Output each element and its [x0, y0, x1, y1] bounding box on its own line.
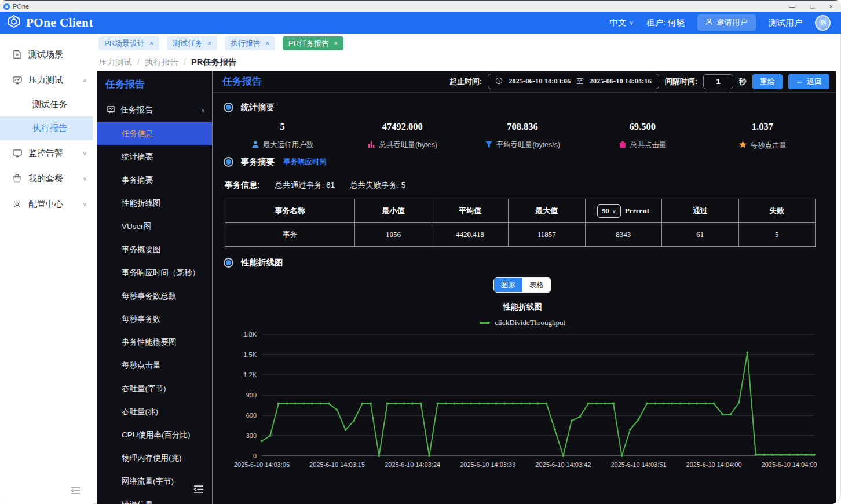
transaction-table: 事务名称最小值平均值最大值90∨Percent通过失败 事务10564420.4…: [225, 199, 816, 247]
close-button[interactable]: ×: [829, 2, 833, 11]
toggle-table-button[interactable]: 表格: [522, 278, 551, 292]
close-icon[interactable]: ×: [207, 39, 211, 48]
home-icon: [619, 140, 627, 150]
sidebar-item-0[interactable]: 测试场景: [0, 42, 93, 67]
sidebar-subitem[interactable]: 测试任务: [0, 93, 93, 116]
report-nav-item[interactable]: 事务摘要: [97, 169, 212, 192]
tab-label: PR场景设计: [104, 38, 145, 49]
chevron-up-icon: ∧: [201, 107, 205, 114]
sidebar-item-1[interactable]: 压力测试∧: [0, 67, 93, 93]
report-nav-item[interactable]: VUser图: [97, 215, 212, 238]
report-nav-title: 任务报告: [97, 71, 212, 99]
language-selector[interactable]: 中文 ∨: [610, 17, 634, 28]
chevron-down-icon: ∨: [83, 201, 87, 207]
report-nav-group-label: 任务报告: [120, 105, 153, 115]
language-label: 中文: [610, 17, 627, 28]
perf-section-bullet[interactable]: [224, 258, 233, 268]
table-cell: 61: [662, 223, 738, 247]
back-button[interactable]: ← 返回: [788, 74, 829, 89]
interval-unit: 秒: [739, 76, 747, 87]
table-cell: 8343: [585, 223, 661, 247]
report-nav-item[interactable]: 吞吐量(字节): [97, 377, 212, 400]
range-separator: 至: [576, 76, 583, 86]
redraw-button[interactable]: 重绘: [752, 74, 783, 89]
sidebar-item-2[interactable]: 监控告警∨: [0, 140, 93, 166]
report-nav-item[interactable]: 统计摘要: [97, 145, 212, 169]
svg-text:2025-6-10 14:03:24: 2025-6-10 14:03:24: [385, 461, 440, 468]
stat-bar-chart: 47492.000总共吞吐量(bytes): [342, 121, 462, 151]
maximize-button[interactable]: □: [810, 2, 814, 11]
report-nav-item[interactable]: 事务概要图: [97, 238, 212, 261]
report-nav-item[interactable]: 吞吐量(兆): [97, 400, 212, 423]
report-nav-item[interactable]: 每秒事务数: [97, 308, 212, 331]
report-nav-item[interactable]: 事务性能概要图: [97, 331, 212, 354]
svg-text:2025-6-10 14:03:06: 2025-6-10 14:03:06: [234, 461, 290, 468]
toggle-chart-button[interactable]: 图形: [494, 278, 522, 292]
range-end-value: 2025-06-10 14:04:16: [589, 77, 651, 86]
report-nav-group[interactable]: 任务报告 ∧: [97, 99, 212, 122]
invite-user-button[interactable]: 邀请用户: [697, 14, 756, 31]
sidebar-item-label: 监控告警: [28, 148, 63, 159]
interval-input[interactable]: [703, 74, 733, 89]
tab-2[interactable]: 执行报告×: [225, 36, 275, 50]
tab-0[interactable]: PR场景设计×: [98, 36, 159, 50]
report-title: 任务报告: [222, 75, 262, 88]
breadcrumb-item-1[interactable]: 执行报告: [145, 57, 178, 68]
table-header-label: Percent: [625, 206, 649, 215]
file-plus-icon: [13, 50, 23, 59]
stat-label: 每秒点击量: [751, 141, 787, 151]
svg-text:2025-6-10 14:03:33: 2025-6-10 14:03:33: [460, 461, 515, 468]
pone-logo-icon: [7, 14, 21, 31]
chevron-down-icon: ∨: [83, 150, 87, 156]
chart-legend: clickDivideThroughput: [222, 318, 822, 327]
chevron-down-icon: ∨: [630, 20, 634, 26]
chart-title: 性能折线图: [222, 302, 822, 312]
stat-label: 总共吞吐量(bytes): [379, 140, 437, 150]
stat-star: 1.037每秒点击量: [703, 121, 822, 151]
report-nav-item[interactable]: 性能折线图: [97, 192, 212, 215]
close-icon[interactable]: ×: [265, 39, 269, 48]
sidebar-item-3[interactable]: 我的套餐∨: [0, 166, 93, 191]
tab-1[interactable]: 测试任务×: [167, 36, 217, 50]
range-start-value: 2025-06-10 14:03:06: [509, 77, 571, 86]
clock-icon: [495, 76, 503, 87]
avatar[interactable]: 测: [815, 15, 831, 31]
minimize-button[interactable]: —: [789, 2, 795, 11]
perf-section-title: 性能折线图: [241, 257, 283, 268]
stat-user: 5最大运行用户数: [222, 121, 342, 151]
sidebar-item-4[interactable]: 配置中心∨: [0, 191, 93, 217]
report-nav-item[interactable]: 每秒事务数总数: [97, 284, 212, 308]
sidebar-subitem[interactable]: 执行报告: [0, 116, 93, 140]
os-titlebar: POne — □ ×: [0, 0, 841, 12]
sidebar-item-label: 我的套餐: [28, 173, 63, 184]
percent-select[interactable]: 90∨: [597, 204, 620, 218]
report-nav-item[interactable]: 事务响应时间（毫秒）: [97, 261, 212, 284]
report-toolbar: 任务报告 起止时间: 2025-06-10 14:03:06 至 2025-06…: [213, 71, 836, 93]
current-user[interactable]: 测试用户: [769, 17, 802, 28]
close-icon[interactable]: ×: [149, 39, 153, 48]
transactions-section-bullet[interactable]: [224, 157, 233, 167]
window-app-icon: [3, 3, 10, 10]
report-nav-item[interactable]: 每秒点击量: [97, 354, 212, 377]
date-range-picker[interactable]: 2025-06-10 14:03:06 至 2025-06-10 14:04:1…: [488, 74, 659, 89]
collapse-sidebar-icon[interactable]: [71, 487, 81, 497]
chevron-down-icon: ∨: [612, 208, 616, 214]
transaction-response-time-link[interactable]: 事务响应时间: [283, 157, 327, 167]
summary-section-bullet[interactable]: [224, 103, 233, 112]
svg-text:2025-6-10 14:03:42: 2025-6-10 14:03:42: [535, 461, 591, 468]
report-nav-item[interactable]: 物理内存使用(兆): [97, 447, 212, 470]
report-nav: 任务报告 任务报告 ∧ 任务信息统计摘要事务摘要性能折线图VUser图事务概要图…: [97, 71, 213, 504]
report-nav-item[interactable]: CPU使用率(百分比): [97, 423, 212, 447]
table-cell: 事务: [225, 223, 355, 247]
close-icon[interactable]: ×: [334, 39, 338, 48]
tab-3[interactable]: PR任务报告×: [283, 36, 343, 50]
collapse-report-nav-icon[interactable]: [193, 485, 204, 496]
breadcrumb-item-0[interactable]: 压力测试: [98, 57, 132, 68]
stat-home: 69.500总共点击量: [583, 121, 703, 151]
report-nav-item[interactable]: 任务信息: [97, 122, 212, 145]
table-header-percent: 90∨Percent: [585, 199, 661, 223]
user-icon: [251, 140, 259, 150]
percent-value: 90: [602, 207, 609, 216]
table-header: 平均值: [432, 199, 508, 223]
gear-icon: [13, 200, 23, 209]
